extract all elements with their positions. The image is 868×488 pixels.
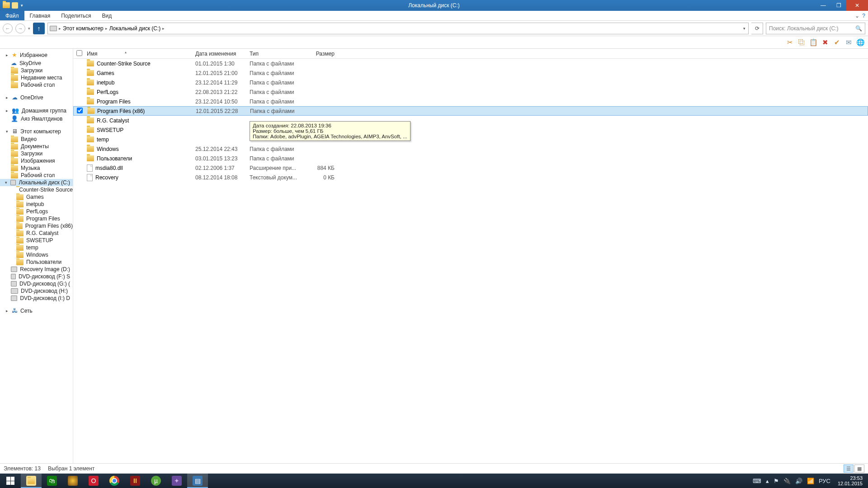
task-app-3[interactable]: ✦ — [166, 474, 187, 488]
minimize-button[interactable]: — — [816, 0, 831, 11]
row-checkbox[interactable] — [77, 108, 83, 113]
file-row[interactable]: Program Files23.12.2014 10:50Папка с фай… — [73, 97, 868, 106]
nav-drive-child[interactable]: inetpub — [0, 201, 73, 208]
nav-other-drive[interactable]: DVD-дисковод (H:) — [0, 287, 73, 295]
column-modified[interactable]: Дата изменения — [195, 51, 250, 57]
file-row[interactable]: Program Files (x86)12.01.2015 22:28Папка… — [73, 106, 868, 116]
paste-icon[interactable]: 📋 — [809, 38, 817, 47]
cut-icon[interactable]: ✂ — [786, 38, 794, 47]
nav-other-drive[interactable]: Recovery Image (D:) — [0, 266, 73, 273]
ribbon-tab-file[interactable]: Файл — [0, 11, 24, 20]
ribbon-tab-home[interactable]: Главная — [24, 11, 56, 20]
nav-drive-child[interactable]: R.G. Catalyst — [0, 230, 73, 237]
tray-language[interactable]: РУС — [819, 478, 830, 484]
nav-other-drive[interactable]: DVD-дисковод (I:) D — [0, 295, 73, 302]
maximize-button[interactable]: ❐ — [831, 0, 846, 11]
file-row[interactable]: Windows25.12.2014 22:43Папка с файлами — [73, 144, 868, 154]
nav-favorites-header[interactable]: ▸★Избранное — [0, 51, 73, 59]
tray-volume-icon[interactable]: 🔊 — [795, 478, 802, 484]
nav-thispc-header[interactable]: ▾🖥Этот компьютер — [0, 127, 73, 136]
copy-icon[interactable]: ⿻ — [797, 38, 806, 47]
qat-props-icon[interactable] — [12, 2, 18, 9]
tray-keyboard-icon[interactable]: ⌨ — [753, 478, 761, 484]
ribbon-expand-icon[interactable]: ⌄ — [855, 13, 859, 19]
nav-pc-desktop[interactable]: Рабочий стол — [0, 172, 73, 179]
nav-pc-music[interactable]: Музыка — [0, 164, 73, 172]
tray-clock[interactable]: 23:53 12.01.2015 — [835, 474, 865, 487]
nav-pc-drive-c[interactable]: ▾Локальный диск (C:) — [0, 179, 73, 186]
file-row[interactable]: SWSETUP — [73, 125, 868, 135]
file-row[interactable]: msdia80.dll02.12.2006 1:37Расширение при… — [73, 163, 868, 173]
globe-icon[interactable]: 🌐 — [856, 38, 864, 47]
nav-fav-desktop[interactable]: Рабочий стол — [0, 81, 73, 89]
file-row[interactable]: Пользователи03.01.2015 13:23Папка с файл… — [73, 154, 868, 163]
nav-drive-child[interactable]: temp — [0, 244, 73, 251]
nav-fav-recent[interactable]: Недавние места — [0, 74, 73, 81]
tray-power-icon[interactable]: 🔌 — [783, 478, 791, 484]
task-opera[interactable]: O — [83, 474, 104, 488]
task-utorrent[interactable]: µ — [146, 474, 166, 488]
file-row[interactable]: temp — [73, 135, 868, 144]
nav-pc-documents[interactable]: Документы — [0, 143, 73, 150]
task-store[interactable]: 🛍 — [42, 474, 62, 488]
task-app-2[interactable]: II — [125, 474, 146, 488]
search-input[interactable]: Поиск: Локальный диск (C:) 🔍 — [766, 23, 865, 34]
nav-pc-downloads[interactable]: Загрузки — [0, 150, 73, 157]
tray-show-hidden-icon[interactable]: ▴ — [766, 478, 769, 484]
delete-icon[interactable]: ✖ — [821, 38, 829, 47]
refresh-button[interactable]: ⟳ — [751, 23, 763, 34]
tray-network-icon[interactable]: 📶 — [807, 478, 814, 484]
close-button[interactable]: ✕ — [846, 0, 868, 11]
file-row[interactable]: R.G. Catalyst — [73, 116, 868, 125]
nav-drive-child[interactable]: Games — [0, 193, 73, 201]
back-button[interactable]: ← — [3, 23, 13, 33]
nav-fav-downloads[interactable]: Загрузки — [0, 67, 73, 74]
task-chrome[interactable] — [104, 474, 125, 488]
nav-drive-child[interactable]: Counter-Strike Source — [0, 186, 73, 193]
nav-pc-pictures[interactable]: Изображения — [0, 157, 73, 164]
address-bar[interactable]: ▸ Этот компьютер ▸ Локальный диск (C:) ▸… — [47, 23, 749, 34]
column-size[interactable]: Размер — [303, 51, 338, 57]
task-app-4[interactable]: ▤ — [187, 474, 208, 488]
forward-button[interactable]: → — [15, 23, 25, 33]
task-app-1[interactable] — [62, 474, 83, 488]
nav-drive-child[interactable]: Program Files (x86) — [0, 222, 73, 230]
up-button[interactable]: ↑ — [33, 23, 45, 34]
nav-pc-video[interactable]: Видео — [0, 136, 73, 143]
column-type[interactable]: Тип — [250, 51, 303, 57]
view-details-button[interactable]: ☰ — [844, 465, 854, 473]
nav-drive-child[interactable]: Windows — [0, 251, 73, 258]
file-row[interactable]: Counter-Strike Source01.01.2015 1:30Папк… — [73, 59, 868, 68]
file-row[interactable]: inetpub23.12.2014 11:29Папка с файлами — [73, 78, 868, 87]
nav-drive-child[interactable]: PerfLogs — [0, 208, 73, 215]
ribbon-help-icon[interactable]: ? — [862, 13, 865, 19]
nav-other-drive[interactable]: DVD-дисковод (G:) ( — [0, 280, 73, 287]
file-row[interactable]: Recovery08.12.2014 18:08Текстовый докум.… — [73, 173, 868, 182]
history-dropdown-icon[interactable]: ▾ — [28, 26, 30, 31]
tray-flag-icon[interactable]: ⚑ — [774, 478, 779, 484]
qat-dropdown-icon[interactable]: ▾ — [21, 3, 23, 8]
view-icons-button[interactable]: ▦ — [854, 465, 864, 473]
nav-onedrive-header[interactable]: ▸☁OneDrive — [0, 93, 73, 102]
start-button[interactable] — [0, 474, 21, 488]
task-explorer[interactable] — [21, 474, 42, 488]
nav-fav-skydrive[interactable]: ☁SkyDrive — [0, 59, 73, 67]
file-row[interactable]: Games12.01.2015 21:00Папка с файлами — [73, 68, 868, 78]
nav-homegroup-header[interactable]: ▸👥Домашняя группа — [0, 106, 73, 115]
address-dropdown-icon[interactable]: ▾ — [741, 26, 748, 31]
nav-drive-child[interactable]: Program Files — [0, 215, 73, 222]
column-name[interactable]: Имя▴ — [85, 51, 195, 57]
nav-other-drive[interactable]: DVD-дисковод (F:) S — [0, 273, 73, 280]
select-all-checkbox[interactable] — [73, 50, 85, 57]
nav-hg-user[interactable]: 👤Аяз Ямалтдинов — [0, 115, 73, 122]
breadcrumb-root[interactable]: Этот компьютер — [61, 25, 105, 32]
mail-icon[interactable]: ✉ — [844, 38, 853, 47]
ribbon-tab-view[interactable]: Вид — [96, 11, 117, 20]
nav-drive-child[interactable]: SWSETUP — [0, 237, 73, 244]
nav-drive-child[interactable]: Пользователи — [0, 258, 73, 266]
nav-network-header[interactable]: ▸🖧Сеть — [0, 306, 73, 315]
file-row[interactable]: PerfLogs22.08.2013 21:22Папка с файлами — [73, 87, 868, 97]
breadcrumb-path[interactable]: Локальный диск (C:) — [108, 25, 163, 32]
ribbon-tab-share[interactable]: Поделиться — [56, 11, 96, 20]
check-icon[interactable]: ✔ — [833, 38, 841, 47]
